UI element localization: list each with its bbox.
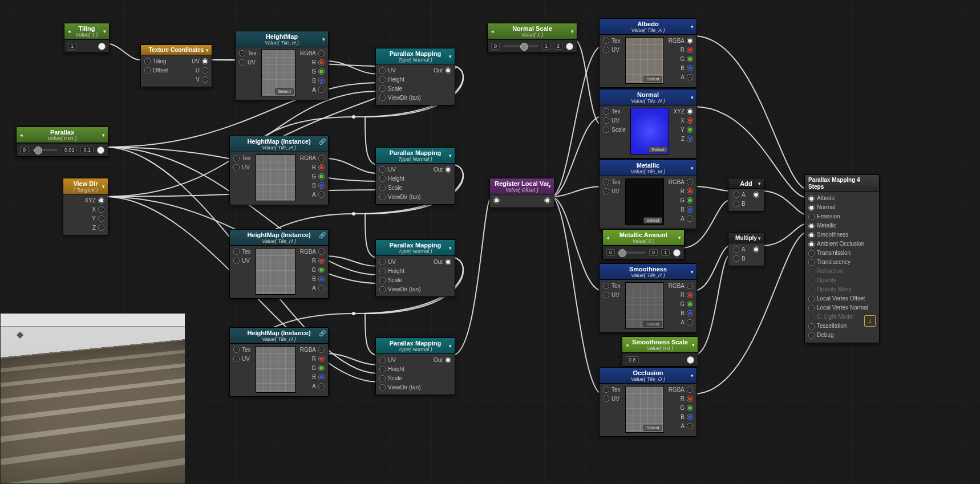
chevron-down-icon[interactable]: ▾ bbox=[447, 342, 453, 350]
input-port[interactable] bbox=[233, 249, 240, 255]
node-parallax[interactable]: ◂ Parallax Value( 0.01 ) ▾ 0 0.01 0.1 bbox=[16, 127, 108, 157]
node-multiply[interactable]: Multiply ▾ A B bbox=[728, 233, 764, 266]
input-port[interactable] bbox=[808, 205, 815, 211]
output-port-b[interactable] bbox=[318, 78, 325, 84]
input-port[interactable] bbox=[379, 76, 386, 83]
output-port[interactable] bbox=[687, 387, 693, 393]
value-readout[interactable]: 0.8 bbox=[626, 356, 639, 363]
output-port-g[interactable] bbox=[687, 56, 693, 62]
node-heightmap-instance[interactable]: 🔗 HeightMap (Instance) Value( Tile_H ) T… bbox=[229, 136, 329, 205]
slider[interactable] bbox=[503, 45, 538, 47]
texture-preview[interactable]: Select bbox=[625, 37, 664, 84]
input-port[interactable] bbox=[808, 259, 815, 266]
node-parallax-mapping[interactable]: Parallax Mapping Type( Normal ) ▾ UV Hei… bbox=[375, 147, 455, 205]
input-port[interactable] bbox=[379, 384, 386, 391]
output-port-r[interactable] bbox=[687, 396, 693, 402]
output-port-r[interactable] bbox=[318, 164, 325, 170]
output-port[interactable] bbox=[544, 197, 550, 204]
output-port-a[interactable] bbox=[687, 215, 693, 222]
chevron-down-icon[interactable]: ▾ bbox=[689, 164, 695, 172]
input-port[interactable] bbox=[233, 258, 240, 264]
input-port[interactable] bbox=[603, 283, 609, 289]
chevron-down-icon[interactable]: ▾ bbox=[204, 46, 210, 54]
chevron-down-icon[interactable]: ▾ bbox=[677, 234, 682, 242]
output-port[interactable] bbox=[202, 76, 208, 83]
output-port-b[interactable] bbox=[318, 182, 325, 189]
master-pin[interactable]: Translucency bbox=[808, 258, 876, 266]
chevron-left-icon[interactable]: ◂ bbox=[489, 27, 495, 35]
node-smoothness[interactable]: Smoothness Value( Tile_R ) ▾ Tex UV Sele… bbox=[599, 263, 697, 333]
output-port[interactable] bbox=[445, 166, 451, 173]
texture-preview[interactable] bbox=[256, 346, 295, 393]
master-pin[interactable]: Opacity bbox=[808, 276, 876, 284]
input-port[interactable] bbox=[603, 396, 609, 402]
input-port[interactable] bbox=[808, 250, 815, 257]
chevron-down-icon[interactable]: ▾ bbox=[756, 234, 762, 242]
output-port-r[interactable] bbox=[318, 356, 325, 362]
texture-preview[interactable]: Select bbox=[625, 178, 664, 225]
chevron-down-icon[interactable]: ▾ bbox=[321, 35, 326, 43]
output-port-r[interactable] bbox=[318, 258, 325, 264]
chevron-down-icon[interactable]: ▾ bbox=[100, 182, 106, 190]
output-port[interactable] bbox=[318, 249, 325, 255]
texture-preview[interactable]: Select bbox=[261, 50, 295, 96]
node-texture-coordinates[interactable]: Texture Coordinates ▾ Tiling Offset UV U… bbox=[140, 44, 212, 87]
node-register-local-var[interactable]: Register Local Var Value( Offset ) ▾ bbox=[489, 178, 554, 208]
chevron-down-icon[interactable]: ▾ bbox=[689, 23, 695, 31]
texture-preview[interactable] bbox=[256, 154, 295, 201]
master-pin[interactable]: Ambient Occlusion bbox=[808, 240, 876, 248]
input-port[interactable] bbox=[379, 67, 386, 74]
master-pin[interactable]: Normal bbox=[808, 204, 876, 212]
master-pin[interactable]: Local Vertex Normal bbox=[808, 304, 876, 312]
input-port[interactable] bbox=[603, 108, 609, 115]
select-button[interactable]: Select bbox=[643, 425, 662, 431]
texture-preview[interactable]: Select bbox=[625, 282, 664, 329]
output-port[interactable] bbox=[687, 108, 693, 115]
input-port[interactable] bbox=[379, 366, 386, 372]
node-metallic[interactable]: Metallic Value( Tile_M ) ▾ Tex UV Select… bbox=[599, 160, 697, 229]
chevron-down-icon[interactable]: ▾ bbox=[690, 341, 696, 349]
output-port-b[interactable] bbox=[687, 414, 693, 420]
input-port[interactable] bbox=[808, 305, 815, 311]
slider[interactable] bbox=[32, 149, 58, 151]
input-port[interactable] bbox=[493, 197, 500, 204]
output-port-a[interactable] bbox=[318, 87, 325, 93]
output-port-r[interactable] bbox=[687, 292, 693, 298]
chevron-down-icon[interactable]: ▾ bbox=[447, 152, 453, 160]
input-port[interactable] bbox=[233, 164, 240, 170]
select-button[interactable]: Select bbox=[643, 217, 662, 223]
input-port[interactable] bbox=[379, 357, 386, 363]
node-heightmap-instance[interactable]: 🔗 HeightMap (Instance) Value( Tile_H ) T… bbox=[229, 327, 329, 397]
output-port[interactable] bbox=[98, 206, 104, 213]
output-port-g[interactable] bbox=[318, 68, 325, 75]
chevron-down-icon[interactable]: ▾ bbox=[756, 180, 762, 188]
chevron-down-icon[interactable]: ▾ bbox=[447, 52, 453, 60]
chevron-left-icon[interactable]: ◂ bbox=[605, 234, 610, 242]
input-port[interactable] bbox=[808, 296, 815, 302]
output-port[interactable] bbox=[687, 356, 694, 364]
output-port-b[interactable] bbox=[318, 276, 325, 282]
output-port[interactable] bbox=[687, 283, 693, 289]
input-port[interactable] bbox=[603, 38, 609, 44]
input-port[interactable] bbox=[379, 375, 386, 381]
output-port[interactable] bbox=[318, 50, 325, 56]
output-port-b[interactable] bbox=[687, 65, 693, 71]
output-port[interactable] bbox=[753, 246, 759, 253]
output-port-g[interactable] bbox=[687, 197, 693, 204]
input-port[interactable] bbox=[733, 201, 739, 207]
input-port[interactable] bbox=[603, 47, 609, 53]
input-port[interactable] bbox=[808, 196, 815, 202]
input-port[interactable] bbox=[733, 192, 739, 198]
input-port[interactable] bbox=[603, 292, 609, 298]
value-readout[interactable]: 0 bbox=[649, 249, 658, 256]
texture-preview[interactable]: Select bbox=[625, 386, 664, 433]
node-heightmap[interactable]: HeightMap Value( Tile_H ) ▾ Tex UV Selec… bbox=[235, 31, 329, 100]
master-pin[interactable]: Albedo bbox=[808, 194, 876, 202]
node-normal[interactable]: Normal Value( Tile_N ) ▾ Tex UV Scale Se… bbox=[599, 89, 697, 158]
output-port[interactable] bbox=[445, 67, 451, 74]
chevron-left-icon[interactable]: ◂ bbox=[66, 27, 72, 35]
output-port-r[interactable] bbox=[687, 117, 693, 124]
value-readout[interactable]: 1 bbox=[68, 43, 76, 50]
input-port[interactable] bbox=[379, 86, 386, 92]
output-port[interactable] bbox=[445, 357, 451, 363]
